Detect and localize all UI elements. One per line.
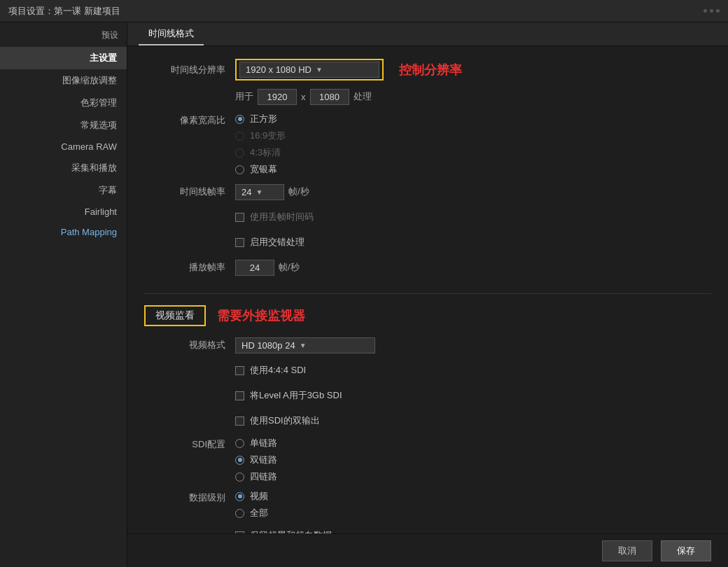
- sdi-quad-label: 四链路: [250, 470, 277, 483]
- video-monitor-header: 视频监看 需要外接监视器: [144, 305, 711, 326]
- sidebar-item-path-mapping[interactable]: Path Mapping: [0, 222, 127, 242]
- title-bar: 项目设置：第一课 新建项目: [0, 0, 728, 22]
- playback-rate-row: 播放帧率 24 帧/秒: [144, 258, 711, 276]
- pixel-aspect-label: 像素宽高比: [144, 113, 235, 127]
- section-separator: [144, 293, 711, 294]
- sdi-dual[interactable]: 双链路: [235, 454, 277, 466]
- resolution-dropdown-arrow: ▼: [316, 66, 323, 74]
- main-layout: 预设 主设置 图像缩放调整 色彩管理 常规选项 Camera RAW 采集和播放…: [0, 22, 728, 567]
- dropframe-checkbox-item[interactable]: 使用丢帧时间码: [235, 211, 314, 223]
- playback-rate-unit: 帧/秒: [279, 261, 300, 274]
- level-a-label: 将Level A用于3Gb SDI: [250, 389, 342, 402]
- scroll-area[interactable]: 时间线分辨率 1920 x 1080 HD ▼ 控制分辨率: [127, 46, 728, 567]
- data-level-full[interactable]: 全部: [235, 507, 268, 519]
- dual-output-checkbox-item[interactable]: 使用SDI的双输出: [235, 414, 320, 427]
- used-for-text: 用于: [235, 90, 253, 103]
- use444-checkbox-item[interactable]: 使用4:4:4 SDI: [235, 364, 306, 377]
- sdi-single[interactable]: 单链路: [235, 437, 277, 449]
- use444-label: 使用4:4:4 SDI: [250, 364, 306, 377]
- interlace-checkbox[interactable]: [235, 238, 244, 247]
- sdi-config-row: SDI配置 单链路 双链路: [144, 437, 711, 483]
- sdi-config-options: 单链路 双链路 四链路: [235, 437, 711, 483]
- pixel-aspect-16x9-label: 16:9变形: [250, 130, 286, 142]
- dual-output-checkbox[interactable]: [235, 416, 244, 426]
- video-format-arrow: ▼: [300, 342, 307, 349]
- sidebar-item-color-management[interactable]: 色彩管理: [0, 92, 127, 114]
- height-input[interactable]: 1080: [310, 89, 349, 105]
- used-for-value: 用于 1920 x 1080 处理: [235, 89, 711, 105]
- video-monitor-title-box: 视频监看: [144, 305, 206, 326]
- use444-checkbox[interactable]: [235, 366, 244, 375]
- dual-output-value: 使用SDI的双输出: [235, 414, 711, 427]
- radio-data-video-icon: [235, 492, 244, 501]
- video-monitor-title: 视频监看: [155, 309, 195, 321]
- pixel-aspect-square[interactable]: 正方形: [235, 113, 286, 125]
- level-a-row: 将Level A用于3Gb SDI: [144, 386, 711, 405]
- framerate-label: 时间线帧率: [144, 186, 235, 198]
- sidebar-item-image-scaling[interactable]: 图像缩放调整: [0, 69, 127, 92]
- data-level-full-label: 全部: [250, 507, 268, 519]
- sidebar-item-capture-playback[interactable]: 采集和播放: [0, 157, 127, 179]
- resolution-dropdown-text: 1920 x 1080 HD: [246, 64, 312, 75]
- resolution-highlight-box: 1920 x 1080 HD ▼: [235, 59, 384, 80]
- playback-rate-input[interactable]: 24: [235, 260, 274, 276]
- video-format-row: 视频格式 HD 1080p 24 ▼: [144, 336, 711, 354]
- playback-rate-value: 24 帧/秒: [235, 260, 711, 276]
- radio-4x3-icon: [235, 148, 244, 158]
- width-input[interactable]: 1920: [258, 89, 297, 105]
- sidebar: 预设 主设置 图像缩放调整 色彩管理 常规选项 Camera RAW 采集和播放…: [0, 22, 127, 567]
- radio-data-full-icon: [235, 509, 244, 518]
- sdi-single-label: 单链路: [250, 437, 277, 449]
- data-level-label: 数据级别: [144, 490, 235, 504]
- video-format-dropdown[interactable]: HD 1080p 24 ▼: [235, 337, 375, 354]
- data-level-radio-group: 视频 全部: [235, 490, 268, 519]
- data-level-video[interactable]: 视频: [235, 490, 268, 503]
- level-a-checkbox-item[interactable]: 将Level A用于3Gb SDI: [235, 389, 342, 402]
- process-label: 处理: [354, 90, 372, 103]
- use444-value: 使用4:4:4 SDI: [235, 364, 711, 377]
- framerate-unit: 帧/秒: [288, 186, 309, 198]
- radio-sdi-dual-icon: [235, 456, 244, 465]
- sdi-quad[interactable]: 四链路: [235, 470, 277, 483]
- pixel-aspect-16x9[interactable]: 16:9变形: [235, 130, 286, 142]
- sidebar-item-subtitles[interactable]: 字幕: [0, 179, 127, 202]
- sidebar-header: 预设: [0, 22, 127, 47]
- data-level-video-label: 视频: [250, 490, 268, 503]
- x-separator: x: [301, 92, 306, 102]
- interlace-row: 启用交错处理: [144, 233, 711, 251]
- sidebar-item-camera-raw[interactable]: Camera RAW: [0, 136, 127, 157]
- pixel-aspect-4x3[interactable]: 4:3标清: [235, 146, 286, 159]
- sidebar-item-fairlight[interactable]: Fairlight: [0, 202, 127, 222]
- resolution-value-area: 1920 x 1080 HD ▼ 控制分辨率: [235, 59, 711, 80]
- framerate-dropdown-arrow: ▼: [255, 188, 262, 196]
- sidebar-item-general-options[interactable]: 常规选项: [0, 114, 127, 136]
- resolution-dropdown[interactable]: 1920 x 1080 HD ▼: [239, 62, 379, 78]
- radio-16x9-icon: [235, 132, 244, 141]
- video-format-label: 视频格式: [144, 339, 235, 351]
- dot-icon: [710, 9, 713, 13]
- dropframe-checkbox[interactable]: [235, 213, 244, 222]
- radio-widescreen-icon: [235, 165, 244, 174]
- window-controls: [704, 9, 720, 13]
- playback-rate-label: 播放帧率: [144, 261, 235, 274]
- sidebar-item-main-settings[interactable]: 主设置: [0, 47, 127, 69]
- data-level-options: 视频 全部: [235, 490, 711, 519]
- dual-output-row: 使用SDI的双输出: [144, 412, 711, 430]
- tab-timeline-format[interactable]: 时间线格式: [139, 23, 204, 46]
- radio-square-icon: [235, 115, 244, 124]
- resolution-row: 时间线分辨率 1920 x 1080 HD ▼ 控制分辨率: [144, 59, 711, 80]
- save-button[interactable]: 保存: [661, 540, 711, 561]
- timeline-format-section: 时间线分辨率 1920 x 1080 HD ▼ 控制分辨率: [144, 59, 711, 276]
- level-a-checkbox[interactable]: [235, 391, 244, 400]
- window-title: 项目设置：第一课 新建项目: [8, 5, 120, 18]
- framerate-dropdown[interactable]: 24 ▼: [235, 184, 284, 200]
- resolution-label: 时间线分辨率: [144, 64, 235, 76]
- content-area: 时间线格式 时间线分辨率 1920 x 1080 HD ▼ 控制分辨: [127, 22, 728, 567]
- interlace-checkbox-item[interactable]: 启用交错处理: [235, 236, 304, 248]
- resolution-annotation: 控制分辨率: [399, 62, 462, 78]
- radio-sdi-single-icon: [235, 439, 244, 448]
- framerate-value-text: 24: [241, 187, 251, 197]
- dot-icon: [716, 9, 720, 13]
- pixel-aspect-widescreen[interactable]: 宽银幕: [235, 163, 286, 176]
- cancel-button[interactable]: 取消: [602, 540, 652, 561]
